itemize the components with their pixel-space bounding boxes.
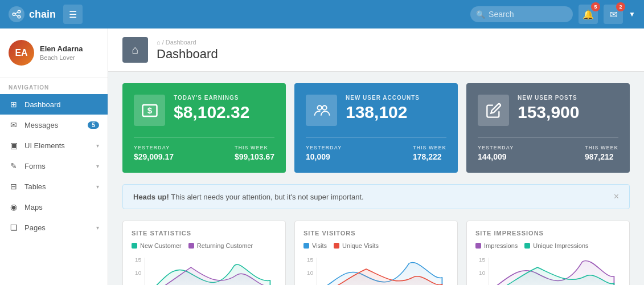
earnings-yesterday-label: YESTERDAY (134, 145, 174, 150)
avatar: EA (9, 40, 34, 66)
svg-text:15: 15 (479, 257, 486, 263)
users-week-value: 178,222 (413, 152, 446, 161)
users-label: NEW USER ACCOUNTS (346, 95, 420, 101)
users-week-label: THIS WEEK (413, 145, 446, 150)
sidebar-item-tables[interactable]: ⊟ Tables ▾ (0, 176, 108, 197)
sidebar-item-dashboard[interactable]: ⊞ Dashboard (0, 94, 108, 115)
page-title: Dashboard (157, 47, 218, 62)
stat-card-users: NEW USER ACCOUNTS 138,102 YESTERDAY 10,0… (294, 83, 458, 173)
brand-logo: chain ☰ (9, 5, 117, 24)
chart-site-visitors: SITE VISITORS Visits Unique Visits 15 (294, 221, 458, 285)
page-header-text: ⌂ / Dashboard Dashboard (157, 39, 218, 62)
svg-line-3 (15, 13, 18, 14)
users-value: 138,102 (346, 104, 420, 121)
content-area: $ TODAY'S EARNINGS $8,102.32 YESTERDAY $… (108, 72, 644, 285)
logo-icon (9, 6, 24, 22)
svg-text:10: 10 (479, 270, 486, 276)
legend-label-new: New Customer (140, 242, 182, 249)
posts-value: 153,900 (518, 104, 579, 121)
svg-text:15: 15 (307, 257, 314, 263)
messages-button[interactable]: ✉ 2 (604, 5, 623, 24)
legend-label-returning: Returning Customer (197, 242, 253, 249)
svg-text:10: 10 (307, 270, 314, 276)
legend-dot-unique-impressions (524, 243, 530, 249)
chart-svg-statistics: 15 10 (132, 255, 277, 285)
user-section: EA Elen Adarna Beach Lover (0, 28, 108, 78)
chart-svg-impressions: 15 10 (475, 255, 621, 285)
svg-point-8 (322, 105, 327, 110)
page-header: ⌂ ⌂ / Dashboard Dashboard (108, 28, 644, 72)
chart-legend-visitors: Visits Unique Visits (303, 242, 449, 249)
chart-legend-impressions: Impressions Unique Impressions (475, 242, 621, 249)
legend-new-customer: New Customer (132, 242, 182, 249)
ui-elements-icon: ▣ (9, 141, 19, 150)
search-wrapper: 🔍 (470, 6, 573, 22)
earnings-week-value: $99,103.67 (235, 152, 274, 161)
earnings-label: TODAY'S EARNINGS (174, 95, 249, 101)
notifications-button[interactable]: 🔔 5 (579, 5, 598, 24)
chevron-down-icon-4: ▾ (96, 225, 99, 231)
user-dropdown-arrow[interactable]: ▼ (629, 10, 635, 18)
breadcrumb-current: Dashboard (166, 39, 196, 46)
legend-dot-unique (334, 243, 339, 249)
user-subtitle: Beach Lover (40, 54, 83, 61)
bell-icon: 🔔 (583, 9, 594, 20)
sidebar-nav: ⊞ Dashboard ✉ Messages 5 ▣ UI Elements ▾… (0, 94, 108, 238)
chart-site-statistics: SITE STATISTICS New Customer Returning C… (122, 221, 286, 285)
sidebar-label-dashboard: Dashboard (24, 100, 61, 109)
svg-point-0 (13, 13, 15, 16)
brand-name: chain (29, 9, 56, 21)
tables-icon: ⊟ (9, 182, 19, 191)
breadcrumb: ⌂ / Dashboard (157, 39, 218, 46)
hamburger-button[interactable]: ☰ (63, 5, 83, 24)
search-input[interactable] (470, 6, 573, 22)
messages-badge: 2 (616, 2, 625, 11)
posts-yesterday-value: 144,009 (478, 152, 514, 161)
svg-text:$: $ (147, 105, 152, 115)
posts-label: NEW USER POSTS (518, 95, 579, 101)
sidebar: EA Elen Adarna Beach Lover NAVIGATION ⊞ … (0, 28, 108, 285)
sidebar-item-maps[interactable]: ◉ Maps (0, 197, 108, 217)
user-info: Elen Adarna Beach Lover (40, 44, 83, 61)
users-icon (306, 95, 337, 126)
sidebar-label-ui-elements: UI Elements (24, 141, 65, 150)
legend-dot-impressions (475, 243, 481, 249)
legend-visits: Visits (303, 242, 327, 249)
svg-point-2 (18, 15, 20, 18)
stat-card-earnings: $ TODAY'S EARNINGS $8,102.32 YESTERDAY $… (122, 83, 286, 173)
top-navigation: chain ☰ 🔍 🔔 5 ✉ 2 ▼ (0, 0, 644, 28)
svg-point-1 (18, 10, 20, 13)
users-yesterday-label: YESTERDAY (306, 145, 342, 150)
legend-returning-customer: Returning Customer (188, 242, 253, 249)
dashboard-icon: ⊞ (9, 100, 19, 109)
alert-close-button[interactable]: × (614, 192, 619, 202)
alert-box: Heads up! This alert needs your attentio… (122, 184, 630, 209)
topnav-right: 🔍 🔔 5 ✉ 2 ▼ (470, 5, 635, 24)
users-yesterday-value: 10,009 (306, 152, 342, 161)
sidebar-item-messages[interactable]: ✉ Messages 5 (0, 115, 108, 135)
chart-title-statistics: SITE STATISTICS (132, 230, 277, 237)
posts-icon (478, 95, 509, 126)
earnings-icon: $ (134, 95, 165, 126)
legend-dot-new (132, 243, 137, 249)
svg-point-7 (317, 105, 322, 110)
legend-dot-returning (188, 243, 194, 249)
maps-icon: ◉ (9, 202, 19, 211)
svg-line-4 (15, 15, 18, 16)
pages-icon: ❏ (9, 223, 19, 232)
posts-yesterday-label: YESTERDAY (478, 145, 514, 150)
legend-unique-visits: Unique Visits (334, 242, 379, 249)
sidebar-item-ui-elements[interactable]: ▣ UI Elements ▾ (0, 135, 108, 156)
sidebar-item-forms[interactable]: ✎ Forms ▾ (0, 156, 108, 176)
legend-label-unique: Unique Visits (342, 242, 379, 249)
legend-impressions: Impressions (475, 242, 518, 249)
messages-nav-badge: 5 (88, 121, 99, 129)
svg-text:10: 10 (135, 270, 142, 276)
posts-week-label: THIS WEEK (585, 145, 618, 150)
posts-week-value: 987,212 (585, 152, 618, 161)
stat-card-posts: NEW USER POSTS 153,900 YESTERDAY 144,009… (466, 83, 630, 173)
breadcrumb-home-icon: ⌂ (157, 39, 161, 46)
alert-text: This alert needs your attention, but it'… (169, 193, 364, 201)
sidebar-label-messages: Messages (24, 121, 58, 129)
sidebar-item-pages[interactable]: ❏ Pages ▾ (0, 217, 108, 238)
